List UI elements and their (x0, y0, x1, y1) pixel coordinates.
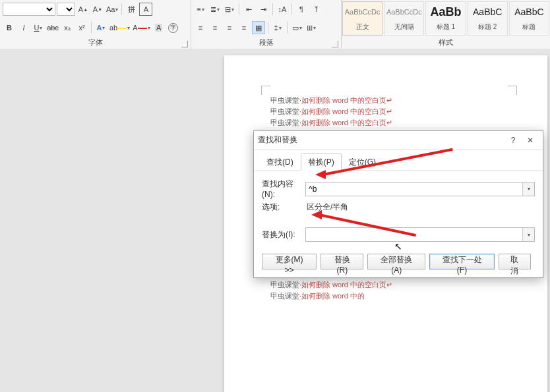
phonetic-button[interactable]: 拼 (125, 3, 138, 16)
dialog-tabs: 查找(D) 替换(P) 定位(G) (254, 150, 543, 171)
crop-mark-top-left (261, 86, 270, 95)
multilevel-button[interactable]: ⊟▾ (223, 3, 236, 16)
doc-line: 甲虫课堂·如何删除 word 中的空白页↵ (270, 95, 501, 106)
show-marks-button[interactable]: ¶ (295, 3, 308, 16)
line-spacing-top-button[interactable]: ⤒ (309, 3, 322, 16)
doc-line: 甲虫课堂·如何删除 word 中的 (270, 291, 501, 302)
align-right-button[interactable]: ≡ (223, 21, 236, 34)
font-size-select[interactable] (57, 3, 75, 16)
distribute-button[interactable]: ▦ (252, 21, 265, 34)
line-spacing-button[interactable]: ‡▾ (271, 21, 284, 34)
ribbon-group-font: A▲ A▼ Aa▾ 拼 A B I U▾ abc x₂ x² A▾ ab▾ A▾… (0, 0, 191, 49)
cancel-button[interactable]: 取消 (499, 254, 531, 269)
font-group-label: 字体 (88, 38, 103, 46)
underline-button[interactable]: U▾ (32, 21, 45, 34)
bullets-button[interactable]: ≡▾ (194, 3, 207, 16)
align-center-button[interactable]: ≡ (208, 21, 222, 34)
style-item-heading1[interactable]: AaBb 标题 1 (425, 1, 466, 36)
doc-line: 甲虫课堂·如何删除 word 中的空白页↵ (270, 279, 501, 291)
ribbon-group-paragraph: ≡▾ ≣▾ ⊟▾ ⇤ ⇥ ↕A ¶ ⤒ ≡ ≡ ≡ ≡ ▦ ‡▾ (191, 0, 342, 49)
italic-button[interactable]: I (17, 21, 30, 34)
paragraph-group-launcher-icon[interactable] (332, 41, 338, 47)
doc-line: 甲虫课堂·如何删除 word 中的空白页↵ (270, 117, 501, 128)
align-left-button[interactable]: ≡ (194, 21, 207, 34)
dialog-titlebar[interactable]: 查找和替换 ? ✕ (254, 131, 543, 150)
find-what-input[interactable] (306, 182, 522, 196)
mouse-cursor-icon: ↖ (394, 241, 402, 252)
increase-indent-button[interactable]: ⇥ (257, 3, 270, 16)
options-value: 区分全/半角 (305, 202, 348, 213)
tab-find[interactable]: 查找(D) (259, 154, 301, 171)
highlight-button[interactable]: ab▾ (109, 21, 131, 34)
enclose-char-button[interactable]: 字 (167, 21, 180, 34)
paragraph-group-label: 段落 (259, 38, 274, 46)
find-next-button[interactable]: 查找下一处(F) (429, 254, 495, 269)
font-color-button[interactable]: A▾ (132, 21, 150, 34)
text-effects-button[interactable]: A▾ (94, 21, 107, 34)
style-item-normal[interactable]: AaBbCcDc 正文 (342, 1, 382, 36)
replace-button[interactable]: 替换(R) (321, 254, 363, 269)
char-shading-button[interactable]: A (152, 21, 166, 34)
crop-mark-top-right (508, 86, 517, 95)
replace-with-combo[interactable]: ▾ (305, 227, 535, 242)
align-justify-button[interactable]: ≡ (237, 21, 251, 34)
styles-group-label: 样式 (439, 38, 453, 46)
change-case-button[interactable]: Aa▾ (106, 3, 119, 16)
more-button[interactable]: 更多(M) >> (262, 254, 317, 269)
styles-gallery[interactable]: AaBbCcDc 正文 AaBbCcDc 无间隔 AaBb 标题 1 AaBbC… (342, 0, 550, 37)
close-button[interactable]: ✕ (522, 134, 539, 147)
help-button[interactable]: ? (504, 134, 522, 147)
borders-button[interactable]: ⊞▾ (305, 21, 318, 34)
tab-goto[interactable]: 定位(G) (342, 154, 383, 171)
replace-with-label: 替换为(I): (262, 229, 305, 240)
tab-replace[interactable]: 替换(P) (301, 154, 342, 171)
grow-font-button[interactable]: A▲ (76, 3, 90, 16)
numbering-button[interactable]: ≣▾ (208, 3, 222, 16)
superscript-button[interactable]: x² (75, 21, 88, 34)
ribbon: A▲ A▼ Aa▾ 拼 A B I U▾ abc x₂ x² A▾ ab▾ A▾… (0, 0, 550, 49)
shading-button[interactable]: ▭▾ (290, 21, 303, 34)
replace-all-button[interactable]: 全部替换(A) (367, 254, 425, 269)
replace-with-input[interactable] (306, 228, 522, 241)
replace-with-dropdown-icon[interactable]: ▾ (522, 228, 534, 241)
find-what-label: 查找内容(N): (262, 179, 305, 199)
bold-button[interactable]: B (3, 21, 16, 34)
find-replace-dialog: 查找和替换 ? ✕ 查找(D) 替换(P) 定位(G) 查找内容(N): ▾ 选… (253, 130, 543, 278)
find-what-combo[interactable]: ▾ (305, 182, 535, 196)
dialog-title: 查找和替换 (258, 134, 504, 146)
shrink-font-button[interactable]: A▼ (91, 3, 104, 16)
font-family-select[interactable] (3, 3, 55, 16)
style-item-heading2[interactable]: AaBbC 标题 2 (468, 1, 508, 36)
style-item-title[interactable]: AaBbC 标题 (509, 1, 549, 36)
ribbon-group-styles: AaBbCcDc 正文 AaBbCcDc 无间隔 AaBb 标题 1 AaBbC… (342, 0, 550, 49)
doc-line: 甲虫课堂·如何删除 word 中的空白页↵ (270, 106, 501, 117)
sort-button[interactable]: ↕A (276, 3, 289, 16)
strike-button[interactable]: abc (46, 21, 59, 34)
options-label: 选项: (262, 202, 305, 213)
decrease-indent-button[interactable]: ⇤ (242, 3, 255, 16)
subscript-button[interactable]: x₂ (61, 21, 74, 34)
style-item-nospacing[interactable]: AaBbCcDc 无间隔 (384, 1, 424, 36)
char-border-button[interactable]: A (139, 3, 152, 16)
font-group-launcher-icon[interactable] (181, 41, 188, 47)
find-what-dropdown-icon[interactable]: ▾ (522, 182, 534, 196)
